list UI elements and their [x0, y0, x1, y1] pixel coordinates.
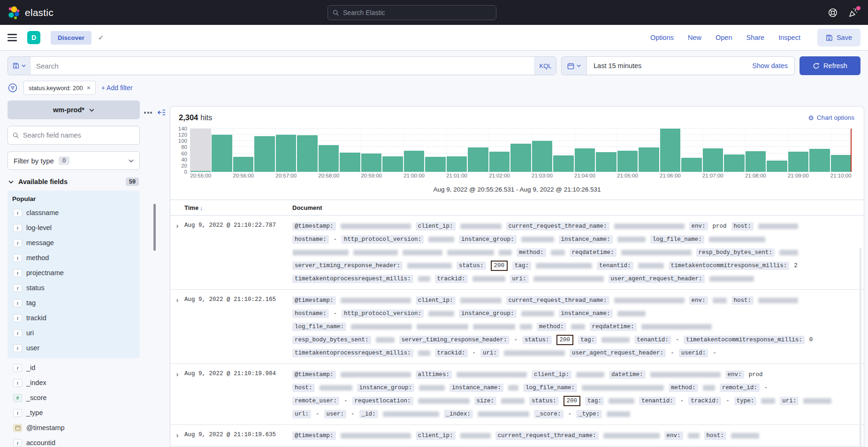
- histogram-bar[interactable]: [809, 149, 830, 172]
- histogram-bar[interactable]: [788, 152, 808, 172]
- doc-field-name[interactable]: uri:: [480, 349, 499, 357]
- doc-field-name[interactable]: trackid:: [435, 349, 468, 357]
- doc-field-name[interactable]: reqdatetime:: [570, 248, 617, 257]
- doc-field-name[interactable]: client_ip:: [416, 296, 456, 305]
- elastic-brand[interactable]: elastic: [7, 6, 53, 20]
- sort-desc-icon[interactable]: ↓: [200, 204, 203, 211]
- doc-field-name[interactable]: host:: [731, 222, 754, 231]
- doc-field-name[interactable]: http_protocol_version:: [342, 309, 424, 318]
- doc-field-name[interactable]: _type:: [576, 410, 602, 418]
- doc-field-name[interactable]: tenantid:: [634, 336, 671, 344]
- histogram-bar[interactable]: [276, 135, 296, 172]
- remove-filter-icon[interactable]: ×: [87, 84, 91, 92]
- doc-field-name[interactable]: uri:: [780, 397, 799, 405]
- doc-field-name[interactable]: user_agent_request_header:: [570, 349, 666, 357]
- field-item-index[interactable]: t_index: [11, 375, 136, 390]
- field-search-box[interactable]: [8, 126, 140, 145]
- filter-icon[interactable]: [8, 83, 18, 93]
- field-stats-icon[interactable]: [144, 112, 152, 114]
- filter-pill-status-keyword-200[interactable]: status.keyword: 200 ×: [23, 81, 96, 95]
- field-item-id[interactable]: t_id: [11, 360, 136, 375]
- doc-field-name[interactable]: tenantid:: [597, 262, 633, 270]
- doc-field-name[interactable]: tenantid:: [639, 397, 676, 405]
- time-column-header[interactable]: Time↓: [184, 204, 292, 211]
- doc-field-name[interactable]: host:: [704, 432, 727, 440]
- histogram-bar[interactable]: [190, 171, 211, 172]
- doc-field-name[interactable]: status:: [522, 336, 552, 344]
- doc-field-name[interactable]: method:: [537, 323, 566, 331]
- nav-link-options[interactable]: Options: [650, 34, 674, 41]
- doc-field-name[interactable]: resp_body_bytes_sent:: [292, 336, 371, 344]
- doc-field-name[interactable]: hostname:: [292, 235, 329, 244]
- chart-plot-area[interactable]: [190, 129, 852, 172]
- collapse-sidebar-icon[interactable]: [158, 109, 166, 116]
- doc-field-name[interactable]: env:: [689, 296, 708, 305]
- doc-field-name[interactable]: instance_name:: [449, 384, 503, 392]
- doc-field-name[interactable]: _index:: [444, 410, 473, 418]
- doc-field-name[interactable]: remote_user:: [292, 397, 339, 405]
- doc-field-name[interactable]: env:: [689, 222, 708, 231]
- doc-field-name[interactable]: current_request_thread_name:: [506, 296, 609, 305]
- field-item-tag[interactable]: ttag: [11, 295, 136, 310]
- doc-field-name[interactable]: instance_group:: [357, 384, 415, 392]
- histogram-bar[interactable]: [639, 147, 659, 172]
- histogram-bar[interactable]: [340, 153, 360, 172]
- global-search[interactable]: [327, 5, 496, 20]
- doc-field-name[interactable]: resp_body_bytes_sent:: [696, 248, 775, 257]
- global-search-input[interactable]: [343, 9, 491, 16]
- histogram-bar[interactable]: [831, 155, 851, 172]
- histogram-bar[interactable]: [510, 144, 531, 172]
- histogram-bar[interactable]: [724, 154, 744, 172]
- histogram-bar[interactable]: [489, 152, 510, 172]
- histogram-bar[interactable]: [212, 135, 232, 172]
- doc-field-name[interactable]: tag:: [512, 262, 531, 270]
- doc-field-name[interactable]: instance_group:: [459, 235, 517, 244]
- histogram-bar[interactable]: [681, 158, 701, 172]
- documents-scrollbar[interactable]: [860, 247, 861, 447]
- doc-field-name[interactable]: env:: [725, 370, 744, 379]
- nav-link-inspect[interactable]: Inspect: [778, 34, 800, 41]
- doc-field-name[interactable]: client_ip:: [532, 370, 571, 379]
- saved-query-button[interactable]: [8, 57, 30, 75]
- doc-field-name[interactable]: host:: [731, 296, 754, 305]
- histogram-bar[interactable]: [468, 147, 488, 172]
- histogram-bar[interactable]: [532, 141, 552, 172]
- doc-field-name[interactable]: url:: [292, 410, 311, 418]
- histogram-bar[interactable]: [425, 157, 445, 172]
- doc-field-name[interactable]: http_protocol_version:: [342, 235, 424, 244]
- field-search-input[interactable]: [23, 131, 135, 139]
- doc-field-name[interactable]: @timestamp:: [292, 432, 336, 440]
- doc-field-name[interactable]: alltimes:: [416, 370, 452, 379]
- doc-field-name[interactable]: @timestamp:: [292, 370, 336, 379]
- doc-field-name[interactable]: status:: [457, 262, 486, 270]
- doc-field-name[interactable]: timetakentoprocessrequest_millis:: [292, 275, 413, 283]
- chart-options-button[interactable]: ⚙ Chart options: [808, 114, 854, 122]
- doc-field-name[interactable]: log_file_name:: [650, 235, 704, 244]
- expand-row-icon[interactable]: ›: [170, 294, 184, 360]
- doc-field-name[interactable]: user_agent_request_header:: [609, 275, 705, 283]
- doc-field-name[interactable]: timetakentoprocessrequest_millis:: [292, 349, 413, 357]
- field-item-timestamp[interactable]: @timestamp: [11, 420, 136, 435]
- histogram-bar[interactable]: [617, 151, 638, 172]
- histogram-bar[interactable]: [447, 156, 467, 172]
- doc-field-value-highlighted[interactable]: 200: [563, 396, 581, 406]
- field-item-accountid[interactable]: taccountid: [11, 435, 136, 447]
- kql-language-button[interactable]: KQL: [534, 57, 556, 75]
- field-item-type[interactable]: t_type: [11, 405, 136, 420]
- field-item-log-level[interactable]: tlog-level: [11, 220, 136, 235]
- doc-field-name[interactable]: client_ip:: [416, 222, 456, 231]
- doc-field-name[interactable]: tag:: [578, 336, 597, 344]
- field-item-uri[interactable]: turi: [11, 325, 136, 340]
- histogram-bar[interactable]: [596, 152, 616, 172]
- nav-link-open[interactable]: Open: [716, 34, 732, 41]
- field-item-status[interactable]: tstatus: [11, 280, 136, 295]
- doc-field-name[interactable]: method:: [669, 384, 698, 392]
- menu-icon[interactable]: [8, 34, 17, 41]
- histogram-bar[interactable]: [361, 154, 381, 172]
- doc-field-name[interactable]: status:: [529, 397, 559, 405]
- expand-row-icon[interactable]: ›: [170, 368, 184, 421]
- histogram-bar[interactable]: [703, 148, 723, 172]
- doc-field-name[interactable]: current_request_thread_name:: [495, 432, 599, 440]
- space-avatar[interactable]: D: [27, 31, 40, 44]
- save-button[interactable]: Save: [817, 29, 860, 46]
